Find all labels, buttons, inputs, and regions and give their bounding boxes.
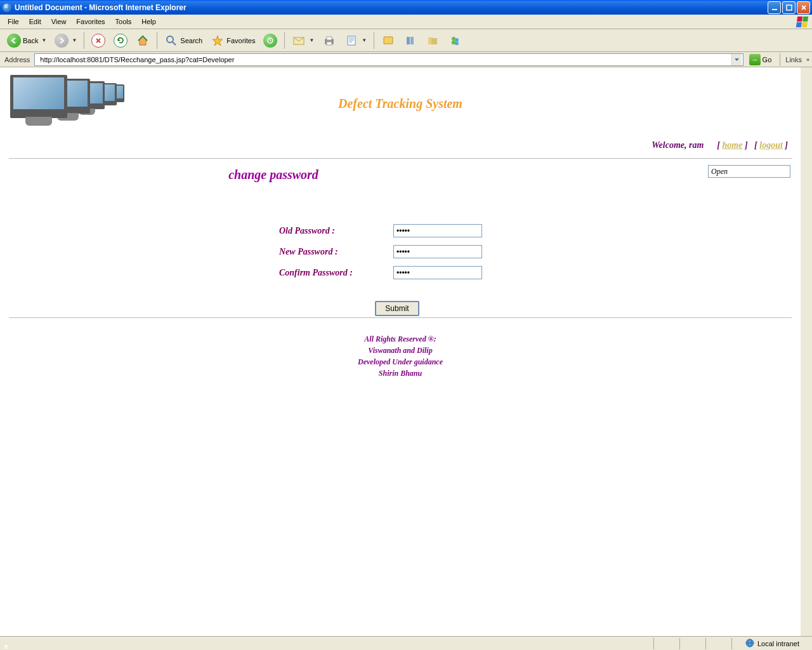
footer-line1: All Rights Reserved ®: <box>6 333 794 345</box>
toolbar-separator <box>780 53 780 66</box>
confirm-password-input[interactable] <box>393 266 482 279</box>
new-password-input[interactable] <box>393 245 482 258</box>
browser-viewport: Defect Tracking System Welcome, ram [ ho… <box>0 67 812 636</box>
minimize-button[interactable] <box>768 1 781 14</box>
navigation-toolbar: Back ▼ ▼ Search Favorites ▼ ▼ <box>0 29 812 52</box>
folder-icon <box>426 34 440 48</box>
edit-dropdown-icon: ▼ <box>362 37 367 43</box>
search-label: Search <box>180 37 202 44</box>
page-header: Defect Tracking System <box>6 74 794 134</box>
toolbar-separator <box>284 32 285 49</box>
menu-file[interactable]: File <box>3 16 24 27</box>
svg-line-7 <box>173 42 176 45</box>
window-titlebar: Untitled Document - Microsoft Internet E… <box>0 0 812 15</box>
monitors-logo-icon <box>6 74 117 134</box>
address-input[interactable] <box>39 56 731 63</box>
close-button[interactable] <box>797 1 810 14</box>
back-dropdown-icon: ▼ <box>41 37 46 43</box>
windows-flag-icon <box>794 15 809 28</box>
form-row-old: Old Password : <box>6 220 794 241</box>
home-button[interactable] <box>133 32 153 50</box>
address-input-wrapper <box>34 53 743 66</box>
app-title: Defect Tracking System <box>117 96 683 111</box>
submit-row: Submit <box>6 301 788 316</box>
star-icon <box>211 34 225 48</box>
go-button[interactable]: → Go <box>746 53 775 67</box>
discuss-icon <box>381 34 395 48</box>
confirm-password-label: Confirm Password : <box>279 268 381 278</box>
footer-line4: Shirin Bhanu <box>6 368 794 379</box>
new-password-label: New Password : <box>279 247 381 257</box>
favorites-label: Favorites <box>226 37 255 44</box>
svg-rect-1 <box>787 5 792 10</box>
logout-link[interactable]: logout <box>759 140 783 150</box>
stop-button[interactable] <box>88 32 108 50</box>
open-field[interactable] <box>708 165 790 178</box>
svg-rect-20 <box>407 37 410 44</box>
discuss-button[interactable] <box>378 32 398 50</box>
svg-rect-15 <box>348 36 355 45</box>
search-icon <box>164 34 178 48</box>
menu-view[interactable]: View <box>46 16 72 27</box>
divider <box>9 317 792 318</box>
svg-point-6 <box>167 36 173 43</box>
forward-dropdown-icon: ▼ <box>72 37 77 43</box>
forward-arrow-icon <box>55 34 69 48</box>
svg-line-10 <box>270 41 272 41</box>
divider <box>9 158 792 159</box>
menu-tools[interactable]: Tools <box>110 16 137 27</box>
svg-rect-21 <box>410 37 414 44</box>
old-password-input[interactable] <box>393 224 482 237</box>
links-chevron-icon[interactable]: » <box>806 56 809 63</box>
mail-button[interactable]: ▼ <box>289 32 317 50</box>
footer-line2: Viswanath and Dilip <box>6 345 794 356</box>
menu-help[interactable]: Help <box>136 16 161 27</box>
address-label: Address <box>3 56 32 63</box>
print-icon <box>322 34 336 48</box>
svg-rect-27 <box>455 42 459 45</box>
research-button[interactable] <box>400 32 421 50</box>
toolbar-separator <box>374 32 374 49</box>
form-row-new: New Password : <box>6 241 794 262</box>
menu-edit[interactable]: Edit <box>24 16 46 27</box>
edit-icon <box>344 34 358 48</box>
home-link[interactable]: home <box>723 140 743 150</box>
forward-button[interactable]: ▼ <box>51 32 80 50</box>
section-title: change password <box>6 168 540 182</box>
favorites-button[interactable]: Favorites <box>207 32 258 50</box>
back-arrow-icon <box>7 34 21 48</box>
mail-dropdown-icon: ▼ <box>309 37 314 43</box>
folder-button[interactable] <box>422 32 443 50</box>
form-row-confirm: Confirm Password : <box>6 262 794 283</box>
svg-rect-0 <box>772 9 777 10</box>
go-icon: → <box>749 54 761 65</box>
submit-button[interactable]: Submit <box>375 301 419 316</box>
menu-bar: File Edit View Favorites Tools Help <box>0 15 812 29</box>
history-button[interactable] <box>260 32 280 50</box>
maximize-button[interactable] <box>782 1 796 14</box>
stop-icon <box>91 34 105 48</box>
search-button[interactable]: Search <box>161 32 206 50</box>
menu-favorites[interactable]: Favorites <box>71 16 110 27</box>
refresh-button[interactable] <box>110 32 131 50</box>
links-label[interactable]: Links <box>785 56 804 63</box>
address-dropdown-icon[interactable] <box>731 54 742 65</box>
page-footer: All Rights Reserved ®: Viswanath and Dil… <box>6 319 794 393</box>
welcome-row: Welcome, ram [ home ] [ logout ] <box>6 138 794 157</box>
research-icon <box>403 34 417 48</box>
back-button[interactable]: Back ▼ <box>4 32 49 50</box>
history-icon <box>263 34 277 48</box>
welcome-text: Welcome, ram <box>652 140 704 150</box>
svg-rect-23 <box>431 38 437 44</box>
go-label: Go <box>763 56 772 63</box>
print-button[interactable] <box>319 32 339 50</box>
toolbar-separator <box>84 32 84 49</box>
svg-rect-13 <box>327 37 332 40</box>
toolbar-separator <box>157 32 157 49</box>
svg-rect-14 <box>327 42 332 45</box>
edit-button[interactable]: ▼ <box>341 32 370 50</box>
messenger-button[interactable] <box>445 32 465 50</box>
window-title: Untitled Document - Microsoft Internet E… <box>15 3 768 12</box>
ie-page-icon <box>2 3 12 13</box>
messenger-icon <box>448 34 462 48</box>
